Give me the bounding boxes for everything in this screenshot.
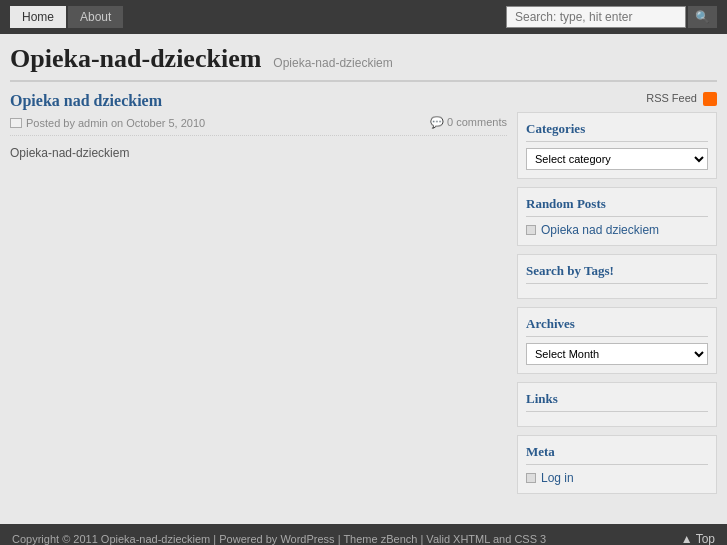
- footer-top[interactable]: ▲ Top: [681, 532, 715, 545]
- meta-login-label: Log in: [541, 471, 574, 485]
- rss-label[interactable]: RSS Feed: [646, 92, 697, 104]
- bullet-icon: [526, 225, 536, 235]
- rss-feed-area: RSS Feed: [517, 92, 717, 106]
- categories-select[interactable]: Select category: [526, 148, 708, 170]
- archives-select[interactable]: Select Month: [526, 343, 708, 365]
- content-area: Opieka nad dzieckiem Posted by admin on …: [10, 92, 717, 502]
- footer-valid: Valid XHTML and CSS 3: [426, 533, 546, 545]
- main-wrapper: Opieka-nad-dzieckiem Opieka-nad-dzieckie…: [0, 34, 727, 514]
- search-input[interactable]: [506, 6, 686, 28]
- main-content: Opieka nad dzieckiem Posted by admin on …: [10, 92, 507, 502]
- meta-title: Meta: [526, 444, 708, 465]
- footer-theme: Theme zBench: [343, 533, 417, 545]
- random-post-link[interactable]: Opieka nad dzieckiem: [526, 223, 708, 237]
- post-body: Opieka-nad-dzieckiem: [10, 146, 507, 160]
- post-meta-icon: [10, 118, 22, 128]
- post-meta-left: Posted by admin on October 5, 2010: [10, 117, 205, 129]
- links-title: Links: [526, 391, 708, 412]
- meta-bullet-icon: [526, 473, 536, 483]
- search-button[interactable]: 🔍: [688, 6, 717, 28]
- categories-section: Categories Select category: [517, 112, 717, 179]
- archives-title: Archives: [526, 316, 708, 337]
- page-title-area: Opieka-nad-dzieckiem Opieka-nad-dzieckie…: [10, 44, 717, 82]
- footer-copyright: Copyright © 2011 Opieka-nad-dzieckiem: [12, 533, 210, 545]
- comment-icon: 💬: [430, 116, 444, 128]
- meta-login-link[interactable]: Log in: [526, 471, 708, 485]
- post-meta: Posted by admin on October 5, 2010 💬 0 c…: [10, 116, 507, 136]
- top-navigation: Home About 🔍: [0, 0, 727, 34]
- links-section: Links: [517, 382, 717, 427]
- categories-title: Categories: [526, 121, 708, 142]
- rss-icon: [703, 92, 717, 106]
- nav-links: Home About: [10, 6, 123, 28]
- search-bar: 🔍: [506, 6, 717, 28]
- meta-section: Meta Log in: [517, 435, 717, 494]
- page-sub-title: Opieka-nad-dzieckiem: [273, 56, 392, 70]
- random-posts-section: Random Posts Opieka nad dzieckiem: [517, 187, 717, 246]
- page-main-title: Opieka-nad-dzieckiem: [10, 44, 261, 74]
- nav-tab-about[interactable]: About: [68, 6, 123, 28]
- search-tags-section: Search by Tags!: [517, 254, 717, 299]
- footer: Copyright © 2011 Opieka-nad-dzieckiem | …: [0, 524, 727, 545]
- post-title[interactable]: Opieka nad dzieckiem: [10, 92, 507, 110]
- post-comments[interactable]: 💬 0 comments: [430, 116, 507, 129]
- comment-count: 0 comments: [447, 116, 507, 128]
- nav-tab-home[interactable]: Home: [10, 6, 66, 28]
- sidebar: RSS Feed Categories Select category Rand…: [517, 92, 717, 502]
- search-tags-title: Search by Tags!: [526, 263, 708, 284]
- random-post-label: Opieka nad dzieckiem: [541, 223, 659, 237]
- post-meta-text: Posted by admin on October 5, 2010: [26, 117, 205, 129]
- footer-text: Copyright © 2011 Opieka-nad-dzieckiem | …: [12, 533, 546, 545]
- archives-section: Archives Select Month: [517, 307, 717, 374]
- random-posts-title: Random Posts: [526, 196, 708, 217]
- footer-powered: Powered by WordPress: [219, 533, 334, 545]
